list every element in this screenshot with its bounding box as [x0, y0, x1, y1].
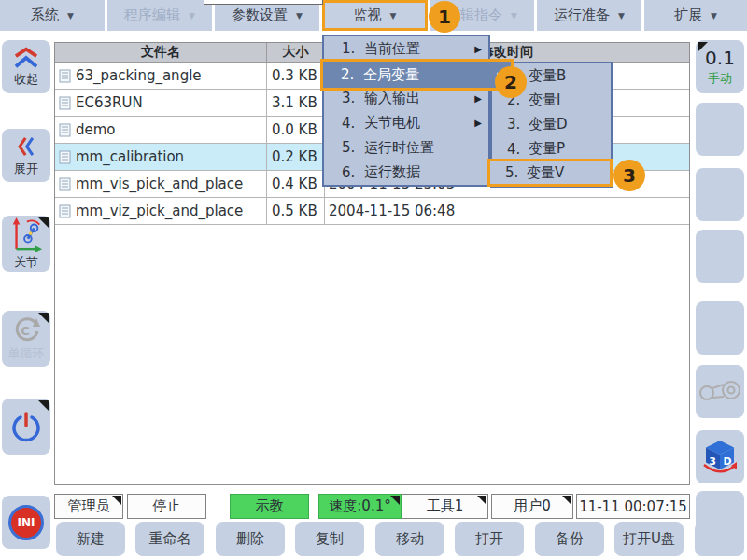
corner-marker [38, 217, 49, 228]
teach-mode-status[interactable]: 示教 [230, 494, 309, 519]
item-label: 全局变量 [363, 66, 419, 84]
file-icon [59, 150, 71, 164]
backup-button[interactable]: 备份 [535, 522, 604, 556]
file-name: mm_viz_pick_and_place [76, 203, 243, 219]
menu-monitor[interactable]: 监视 ▼ [322, 0, 428, 31]
power-button[interactable] [2, 399, 50, 455]
ini-button[interactable]: INI [2, 496, 50, 549]
user-role-status[interactable]: 管理员 [54, 494, 123, 519]
file-icon [59, 204, 71, 218]
item-number: 6. [342, 164, 364, 181]
menu-item-run-data[interactable]: 6. 运行数据 [324, 161, 488, 186]
item-number: 4. [342, 115, 364, 132]
item-label: 运行数据 [364, 163, 420, 181]
submenu-item-variable-d[interactable]: 3. 变量D [492, 112, 611, 136]
user-frame-label: 用户0 [514, 497, 551, 515]
right-sidebar-button-4[interactable] [696, 230, 744, 283]
corner-marker [562, 496, 571, 505]
item-label: 变量B [529, 67, 566, 85]
corner-marker [38, 400, 49, 411]
file-size: 0.2 KB [267, 144, 325, 170]
header-size: 大小 [267, 43, 325, 62]
item-label: 运行时位置 [364, 139, 434, 157]
move-button[interactable]: 移动 [375, 522, 444, 556]
corner-marker [477, 496, 486, 505]
step-number: 1 [438, 6, 451, 28]
user-frame-status[interactable]: 用户0 [491, 494, 573, 519]
step-number: 2 [504, 71, 517, 93]
speed-mode-button[interactable]: 0.1 手动 [696, 40, 744, 93]
joint-mode-button[interactable]: 关节 [2, 216, 50, 272]
new-button-label: 新建 [77, 530, 105, 548]
open-button[interactable]: 打开 [455, 522, 524, 556]
item-label: 关节电机 [364, 114, 420, 132]
file-size: 0.3 KB [267, 63, 325, 89]
view-3d-button[interactable]: 3 D [696, 430, 744, 483]
step-number: 3 [623, 164, 636, 187]
speed-status[interactable]: 速度:0.1° [318, 494, 402, 519]
menu-item-global-variables-highlight[interactable]: 2. 全局变量 ▶ [320, 59, 514, 91]
chevron-down-icon: ▼ [390, 11, 397, 21]
menu-program-edit: 程序编辑 ▼ [107, 0, 212, 31]
menu-item-joint-motor[interactable]: 4. 关节电机 ▶ [324, 111, 488, 136]
submenu-item-variable-v-highlight[interactable]: 5. 变量V [487, 159, 613, 187]
tool-status[interactable]: 工具1 [402, 494, 488, 519]
open-usb-button-label: 打开U盘 [623, 530, 675, 548]
menu-system-label: 系统 [31, 7, 59, 24]
chevron-down-icon: ▼ [67, 11, 74, 21]
delete-button-label: 删除 [236, 530, 264, 548]
new-button[interactable]: 新建 [56, 522, 125, 556]
item-number: 3. [507, 116, 529, 133]
rename-button-label: 重命名 [149, 530, 191, 548]
menu-run-prepare[interactable]: 运行准备 ▼ [537, 0, 641, 31]
right-sidebar-button-3[interactable] [696, 168, 744, 221]
item-number: 1. [342, 40, 364, 57]
chevron-down-icon: ▼ [189, 11, 195, 21]
double-chevron-left-icon [14, 134, 38, 159]
corner-marker [38, 313, 49, 323]
file-icon [59, 96, 71, 110]
collapse-label: 收起 [14, 71, 38, 88]
speed-status-label: 速度:0.1° [329, 497, 390, 515]
right-sidebar-button-2[interactable] [696, 103, 744, 156]
run-state-status[interactable]: 停止 [127, 494, 206, 519]
delete-button[interactable]: 删除 [216, 522, 285, 556]
submenu-item-variable-p[interactable]: 4. 变量P [492, 137, 611, 161]
gamepad-button[interactable] [696, 365, 744, 418]
file-name: EC63RUN [76, 94, 143, 111]
menu-item-current-position[interactable]: 1. 当前位置 ▶ [324, 36, 488, 62]
open-usb-button[interactable]: 打开U盘 [614, 522, 684, 556]
backup-button-label: 备份 [556, 530, 584, 548]
rename-button[interactable]: 重命名 [135, 522, 204, 556]
corner-marker [112, 496, 121, 505]
file-name: mm_calibration [76, 148, 184, 165]
right-sidebar-button-5[interactable] [696, 301, 744, 355]
file-icon [59, 177, 71, 191]
file-size: 0.4 KB [267, 171, 325, 197]
item-number: 3. [342, 90, 364, 106]
expand-button[interactable]: 展开 [2, 129, 50, 182]
menu-parameter-settings-label: 参数设置 [232, 7, 288, 24]
menu-extension-label: 扩展 [674, 7, 702, 24]
popup-edge-remnant [204, 0, 323, 5]
cycle-icon: C [10, 315, 42, 343]
menu-system[interactable]: 系统 ▼ [0, 0, 105, 31]
item-number: 5. [505, 164, 527, 181]
copy-button-label: 复制 [316, 530, 344, 548]
collapse-button[interactable]: 收起 [2, 40, 50, 93]
file-name: demo [76, 121, 116, 138]
empty-action-button[interactable] [695, 522, 744, 556]
item-number: 4. [507, 141, 529, 158]
teach-pendant-screen: 系统 ▼ 程序编辑 ▼ 参数设置 ▼ 监视 ▼ 编辑指令 ▼ 运行准备 ▼ 扩展… [0, 0, 747, 560]
menu-item-runtime-position[interactable]: 5. 运行时位置 [324, 135, 488, 161]
item-label: 当前位置 [364, 40, 420, 58]
file-icon [59, 123, 71, 137]
single-cycle-button: C 单循环 [2, 311, 50, 367]
copy-button[interactable]: 复制 [295, 522, 364, 556]
file-name: 63_packing_angle [76, 67, 202, 84]
item-label: 变量D [529, 116, 568, 133]
chevron-down-icon: ▼ [511, 11, 517, 21]
menu-monitor-label: 监视 [354, 7, 382, 24]
menu-extension[interactable]: 扩展 ▼ [644, 0, 747, 31]
table-row[interactable]: mm_viz_pick_and_place 0.5 KB 2004-11-15 … [55, 198, 689, 225]
